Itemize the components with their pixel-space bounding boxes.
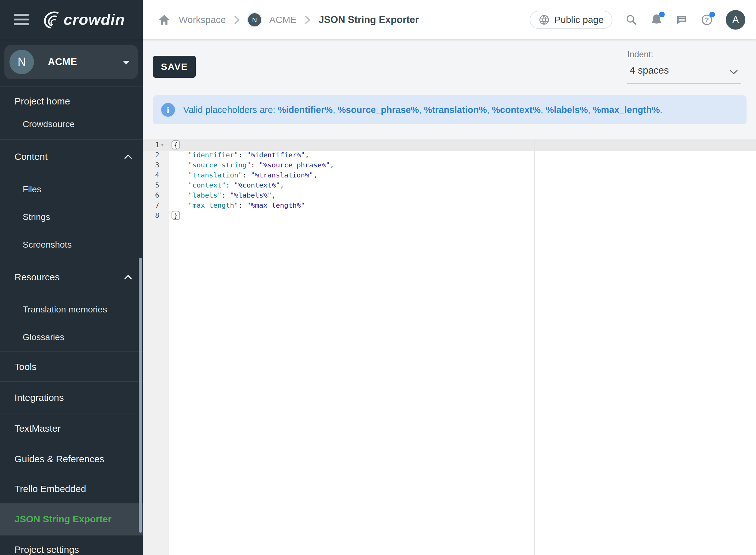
line-number: 1 <box>143 140 159 150</box>
code-token <box>172 191 188 199</box>
sidebar-item-files[interactable]: Files <box>0 178 143 201</box>
breadcrumb-current-page: JSON String Exporter <box>319 14 419 26</box>
code-line: 5 "context": "%context%", <box>143 180 756 190</box>
sidebar-item-project-settings[interactable]: Project settings <box>0 538 143 555</box>
info-banner: i Valid placeholders are: %identifier%, … <box>153 95 747 124</box>
search-icon[interactable] <box>625 13 638 26</box>
sidebar-item-tools[interactable]: Tools <box>0 355 143 378</box>
caret-down-icon <box>123 61 130 65</box>
fold-arrow-icon[interactable]: ▾ <box>161 140 167 150</box>
user-avatar[interactable]: A <box>726 10 745 30</box>
placeholder-token: %max_length% <box>593 105 660 115</box>
team-avatar: N <box>9 50 34 74</box>
code-token <box>172 181 188 189</box>
sidebar-item-crowdsource[interactable]: Crowdsource <box>0 113 143 136</box>
line-number: 6 <box>143 190 159 201</box>
team-switcher[interactable]: N ACME <box>4 45 138 79</box>
code-token: "%source_phrase%" <box>259 161 330 169</box>
sidebar-divider <box>0 86 143 87</box>
sidebar-item-label: Content <box>14 151 47 162</box>
code-token: "%identifier%" <box>246 151 305 159</box>
breadcrumb: Workspace N ACME JSON String Exporter <box>158 0 419 39</box>
sidebar: N ACME Project homeCrowdsourceContentFil… <box>0 39 143 555</box>
sidebar-item-label: Files <box>23 184 41 195</box>
sidebar-item-screenshots[interactable]: Screenshots <box>0 233 143 256</box>
code-token <box>172 161 188 169</box>
top-bar-brand-area: crowdin <box>0 0 143 39</box>
sidebar-item-translation-memories[interactable]: Translation memories <box>0 298 143 321</box>
placeholder-token: %translation% <box>424 105 487 115</box>
line-number: 2 <box>143 150 159 160</box>
help-icon[interactable]: ? <box>701 13 713 26</box>
code-line-text: "source_string": "%source_phrase%", <box>172 160 334 170</box>
sidebar-item-label: Resources <box>14 272 59 283</box>
sidebar-item-project-home[interactable]: Project home <box>0 90 143 113</box>
hamburger-menu-icon[interactable] <box>14 14 29 26</box>
code-token: : <box>226 181 234 189</box>
code-token: : <box>242 171 251 179</box>
sidebar-item-trello-embedded[interactable]: Trello Embedded <box>0 478 143 500</box>
crowdin-logo-mark-icon <box>42 10 61 29</box>
sidebar-divider <box>0 139 143 140</box>
indent-select[interactable]: 4 spaces <box>627 62 741 84</box>
sidebar-divider <box>0 259 143 259</box>
project-badge[interactable]: N <box>248 13 261 27</box>
code-token: "labels" <box>188 191 221 199</box>
sidebar-item-content[interactable]: Content <box>0 145 143 168</box>
sidebar-divider <box>0 381 143 382</box>
code-line-text: "context": "%context%", <box>172 180 284 190</box>
sidebar-item-glossaries[interactable]: Glossaries <box>0 326 143 349</box>
sidebar-item-resources[interactable]: Resources <box>0 266 143 289</box>
bell-icon[interactable] <box>650 13 663 26</box>
sidebar-item-json-string-exporter[interactable]: JSON String Exporter <box>0 503 143 535</box>
save-button[interactable]: SAVE <box>153 56 196 78</box>
home-icon[interactable] <box>158 13 171 26</box>
chevron-right-icon <box>234 15 240 24</box>
sidebar-item-label: Crowdsource <box>23 119 75 129</box>
sidebar-item-label: Glossaries <box>23 332 64 342</box>
code-token: , <box>330 161 334 169</box>
chat-icon[interactable] <box>675 13 688 26</box>
sidebar-item-textmaster[interactable]: TextMaster <box>0 417 143 440</box>
sidebar-scrollbar-thumb[interactable] <box>139 258 142 533</box>
svg-text:?: ? <box>705 16 709 23</box>
sidebar-item-strings[interactable]: Strings <box>0 206 143 228</box>
breadcrumb-project[interactable]: ACME <box>269 14 297 25</box>
notification-dot <box>659 12 665 17</box>
code-token: , <box>271 191 276 199</box>
chevron-up-icon <box>124 154 132 159</box>
team-name: ACME <box>48 45 77 79</box>
sidebar-item-label: TextMaster <box>14 423 61 434</box>
code-editor[interactable]: 1▾{2 "identifier": "%identifier%",3 "sou… <box>143 139 756 555</box>
top-bar: crowdin Workspace N ACME JSON String Exp… <box>0 0 756 39</box>
crowdin-logo[interactable]: crowdin <box>42 8 125 31</box>
sidebar-item-label: Integrations <box>14 392 64 403</box>
line-number: 4 <box>143 170 159 180</box>
indent-selected-value: 4 spaces <box>630 65 669 76</box>
code-line-text: "translation": "%translation%", <box>172 170 318 180</box>
code-line-text: "identifier": "%identifier%", <box>172 150 309 160</box>
code-line: 4 "translation": "%translation%", <box>143 170 756 180</box>
line-number: 5 <box>143 180 159 190</box>
code-token: "max_length" <box>188 201 238 209</box>
indent-label: Indent: <box>627 50 654 59</box>
globe-icon <box>539 14 550 26</box>
breadcrumb-workspace[interactable]: Workspace <box>179 14 226 25</box>
code-token: "translation" <box>188 171 242 179</box>
code-line-text: "max_length": "%max_length%" <box>172 201 305 211</box>
sidebar-item-guides-references[interactable]: Guides & References <box>0 448 143 470</box>
code-token <box>172 171 188 179</box>
code-token: "identifier" <box>188 151 238 159</box>
placeholder-token: %identifier% <box>278 105 333 115</box>
info-banner-text: Valid placeholders are: %identifier%, %s… <box>183 95 663 124</box>
code-token: "context" <box>188 181 226 189</box>
code-token: : <box>251 161 259 169</box>
sidebar-item-integrations[interactable]: Integrations <box>0 386 143 409</box>
public-page-button[interactable]: Public page <box>530 11 613 29</box>
sidebar-item-label: Screenshots <box>23 240 72 250</box>
notification-dot <box>709 12 715 17</box>
sidebar-item-label: Guides & References <box>14 454 104 464</box>
code-line-text: } <box>172 211 180 220</box>
line-number: 3 <box>143 160 159 170</box>
placeholder-token: %labels% <box>546 105 588 115</box>
